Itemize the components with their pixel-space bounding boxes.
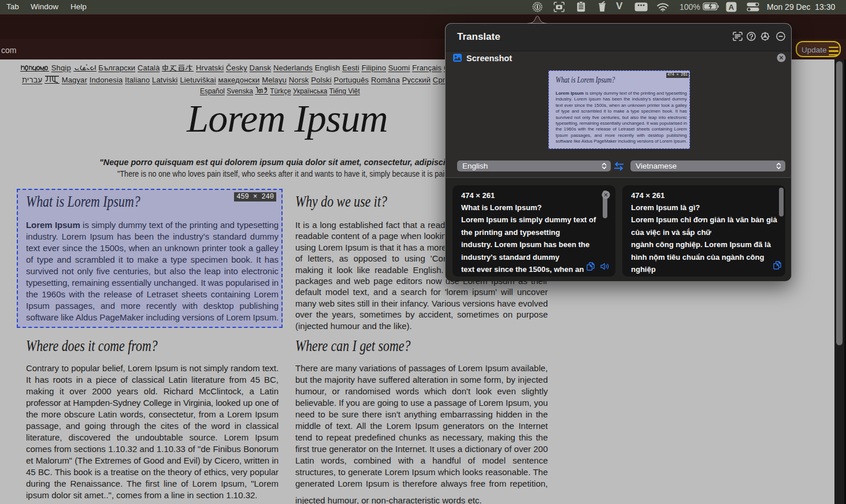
svg-text:A: A: [729, 3, 734, 12]
